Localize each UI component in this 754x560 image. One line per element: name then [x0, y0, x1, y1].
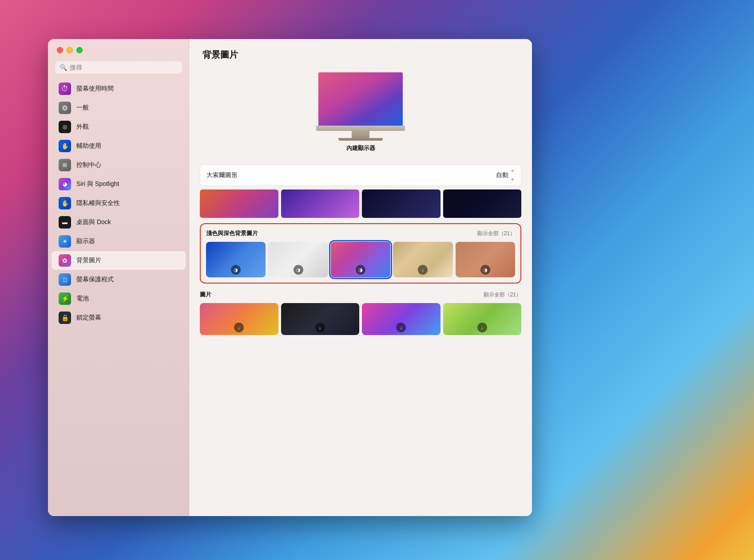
displays-icon: ☀: [59, 235, 71, 248]
monitor-label: 內建顯示器: [346, 144, 375, 152]
monitor-base: [338, 138, 383, 141]
monitor-preview: [312, 72, 409, 141]
download-icon-p4: ↓: [477, 323, 487, 332]
picture-thumb-3[interactable]: ↓: [362, 303, 440, 335]
sidebar-item-label: Siri 與 Spotlight: [76, 180, 119, 188]
light-dark-thumb-grid: ◑ ◑ ◑ ↓ ◑: [206, 242, 515, 277]
dynamic-icon-2: ◑: [294, 265, 303, 275]
dropdown-label: 大索爾圖形: [206, 171, 238, 179]
light-dark-show-all[interactable]: 顯示全部（21）: [477, 230, 515, 237]
close-button[interactable]: [57, 47, 63, 53]
accessibility-icon: ✋: [59, 140, 71, 152]
lockscreen-icon: 🔒: [59, 312, 71, 324]
traffic-lights-container: [48, 39, 189, 59]
sidebar-item-displays[interactable]: ☀ 顯示器: [52, 232, 186, 251]
sidebar-item-label: 桌面與 Dock: [76, 218, 111, 226]
sidebar-item-desktop[interactable]: ▬ 桌面與 Dock: [52, 213, 186, 232]
wallpaper-thumb-5[interactable]: ◑: [456, 242, 515, 277]
sidebar-item-label: 一般: [76, 104, 89, 112]
top-strip: [200, 189, 521, 218]
battery-icon: ⚡: [59, 292, 71, 305]
screentime-icon: ⏱: [59, 83, 71, 95]
sidebar-item-controlcenter[interactable]: ⊞ 控制中心: [52, 156, 186, 174]
sidebar-item-accessibility[interactable]: ✋ 輔助使用: [52, 137, 186, 155]
top-strip-item[interactable]: [443, 189, 522, 218]
controlcenter-icon: ⊞: [59, 159, 71, 171]
privacy-icon: ✋: [59, 197, 71, 209]
appearance-icon: ◎: [59, 121, 71, 133]
download-icon-p3: ↓: [396, 323, 406, 332]
wallpaper-style-dropdown[interactable]: 大索爾圖形 自動 ⌃⌄: [200, 165, 521, 186]
sidebar-item-general[interactable]: ⚙ 一般: [52, 99, 186, 117]
dynamic-icon-5: ◑: [480, 265, 490, 275]
sidebar-item-label: 外觀: [76, 123, 89, 131]
pictures-section-title: 圖片: [200, 291, 211, 299]
pictures-thumb-grid: ↓ ↓ ↓ ↓: [200, 303, 521, 335]
wallpaper-thumb-3[interactable]: ◑: [331, 242, 390, 277]
light-dark-section: 淺色與深色背景圖片 顯示全部（21） ◑ ◑ ◑: [200, 223, 521, 284]
general-icon: ⚙: [59, 102, 71, 114]
dynamic-icon-1: ◑: [231, 265, 241, 275]
screensaver-icon: ◫: [59, 273, 71, 286]
sidebar-item-privacy[interactable]: ✋ 隱私權與安全性: [52, 194, 186, 213]
top-strip-item[interactable]: [200, 189, 278, 218]
top-strip-item[interactable]: [281, 189, 360, 218]
siri-icon: ◕: [59, 178, 71, 190]
preferences-window: 🔍 ⏱ 螢幕使用時間 ⚙ 一般 ◎ 外觀 ✋ 輔助使用 ⊞ 控制中: [48, 39, 532, 516]
monitor-body: [316, 126, 405, 131]
picture-thumb-1[interactable]: ↓: [200, 303, 278, 335]
dynamic-icon-3: ◑: [356, 265, 365, 275]
pictures-show-all[interactable]: 顯示全部（21）: [484, 291, 521, 299]
svg-rect-0: [318, 72, 403, 126]
top-strip-item[interactable]: [362, 189, 440, 218]
sidebar-item-label: 控制中心: [76, 161, 101, 169]
light-dark-section-header: 淺色與深色背景圖片 顯示全部（21）: [206, 229, 515, 237]
pictures-section-header: 圖片 顯示全部（21）: [200, 291, 521, 299]
sidebar-item-label: 螢幕使用時間: [76, 85, 114, 93]
main-content: 背景圖片: [189, 39, 532, 516]
maximize-button[interactable]: [76, 47, 83, 53]
sidebar-item-label: 鎖定螢幕: [76, 314, 101, 322]
sidebar-item-wallpaper[interactable]: ✿ 背景圖片: [52, 251, 186, 270]
monitor-neck: [352, 131, 369, 138]
download-icon-p1: ↓: [234, 323, 244, 332]
download-icon-p2: ↓: [315, 323, 325, 332]
sidebar-item-battery[interactable]: ⚡ 電池: [52, 289, 186, 308]
sidebar-item-label: 螢幕保護程式: [76, 276, 114, 284]
sidebar-item-label: 背景圖片: [76, 256, 101, 264]
picture-thumb-2[interactable]: ↓: [281, 303, 360, 335]
desktop-icon: ▬: [59, 216, 71, 229]
sidebar-item-appearance[interactable]: ◎ 外觀: [52, 118, 186, 136]
sidebar-item-lockscreen[interactable]: 🔒 鎖定螢幕: [52, 308, 186, 327]
light-dark-section-title: 淺色與深色背景圖片: [206, 229, 258, 237]
search-icon: 🔍: [60, 64, 67, 71]
search-input[interactable]: [70, 64, 178, 71]
wallpaper-icon: ✿: [59, 254, 71, 267]
wallpaper-thumb-1[interactable]: ◑: [206, 242, 266, 277]
sidebar-item-screensaver[interactable]: ◫ 螢幕保護程式: [52, 270, 186, 289]
wallpaper-area: 淺色與深色背景圖片 顯示全部（21） ◑ ◑ ◑: [189, 189, 532, 516]
pictures-section: 圖片 顯示全部（21） ↓ ↓ ↓ ↓: [200, 291, 521, 335]
wallpaper-thumb-4[interactable]: ↓: [393, 242, 452, 277]
monitor-section: 內建顯示器: [189, 68, 532, 161]
sidebar-item-label: 輔助使用: [76, 142, 101, 150]
sidebar-item-label: 電池: [76, 295, 89, 303]
sidebar-item-label: 隱私權與安全性: [76, 199, 120, 207]
sidebar-item-siri[interactable]: ◕ Siri 與 Spotlight: [52, 175, 186, 193]
sidebar-item-label: 顯示器: [76, 237, 95, 245]
download-icon-4: ↓: [418, 265, 428, 275]
sidebar: 🔍 ⏱ 螢幕使用時間 ⚙ 一般 ◎ 外觀 ✋ 輔助使用 ⊞ 控制中: [48, 39, 189, 516]
picture-thumb-4[interactable]: ↓: [443, 303, 522, 335]
dropdown-value-text: 自動: [496, 171, 508, 179]
page-title: 背景圖片: [189, 39, 532, 68]
monitor-screen: [318, 72, 403, 126]
sidebar-item-screentime[interactable]: ⏱ 螢幕使用時間: [52, 79, 186, 98]
search-box[interactable]: 🔍: [55, 61, 182, 74]
chevron-updown-icon: ⌃⌄: [510, 169, 515, 181]
minimize-button[interactable]: [67, 47, 73, 53]
sidebar-scroll: ⏱ 螢幕使用時間 ⚙ 一般 ◎ 外觀 ✋ 輔助使用 ⊞ 控制中心 ◕ Si: [48, 79, 189, 516]
dropdown-value[interactable]: 自動 ⌃⌄: [496, 169, 515, 181]
wallpaper-thumb-2[interactable]: ◑: [268, 242, 328, 277]
